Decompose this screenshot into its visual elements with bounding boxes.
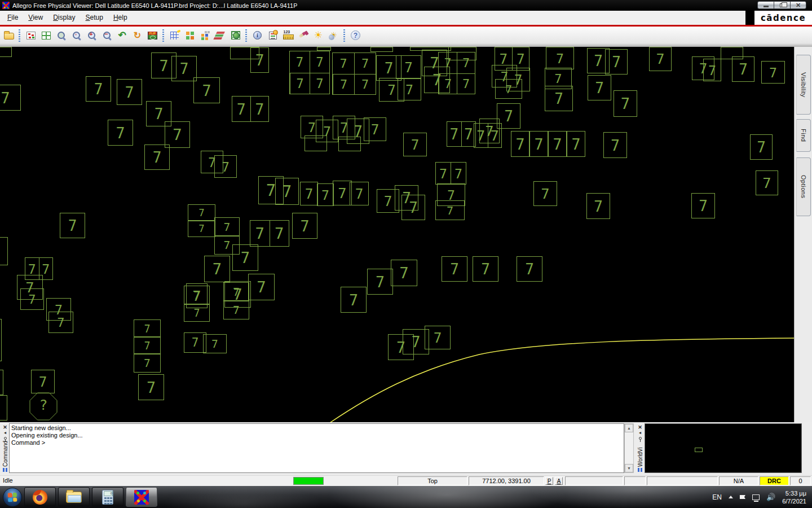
zoom-area-button[interactable] [54, 28, 69, 43]
component-footprint[interactable]: 7 [545, 86, 573, 111]
dehighlight-button[interactable]: ☀ [326, 28, 341, 43]
pcb-canvas[interactable]: 7777777777777777777777777777777777777777… [0, 47, 794, 422]
worldview-collapse-icon[interactable]: ◂ [639, 430, 641, 435]
component-footprint[interactable]: 77 [435, 162, 466, 185]
taskbar-allegro-button[interactable] [126, 487, 157, 507]
component-footprint[interactable] [448, 47, 476, 60]
component-footprint[interactable]: 7 [761, 61, 785, 84]
component-footprint[interactable]: 7 [603, 132, 627, 158]
component-footprint[interactable]: 77 [447, 121, 476, 147]
component-footprint[interactable]: 7 [300, 182, 318, 205]
component-footprint[interactable]: 7 [86, 76, 111, 102]
worldview-close-icon[interactable]: ✕ [638, 424, 642, 430]
component-footprint[interactable]: 7 [333, 181, 352, 205]
pick-grid-button[interactable]: P [545, 477, 553, 485]
clear-highlight-button[interactable] [295, 28, 311, 43]
global-visibility-button[interactable] [228, 28, 243, 43]
worldview-resize-grip[interactable] [638, 468, 642, 472]
component-footprint[interactable]: 7 [442, 256, 467, 282]
command-resize-grip[interactable] [3, 468, 7, 472]
component-footprint[interactable]: 7 [188, 204, 215, 221]
open-file-button[interactable] [1, 28, 16, 43]
component-footprint[interactable]: 7 [134, 336, 161, 354]
application-mode-button[interactable]: A [555, 477, 563, 485]
component-footprint[interactable]: 7 [546, 47, 574, 69]
redraw-button[interactable]: ↻ [130, 28, 145, 43]
component-footprint[interactable]: 77 [474, 123, 502, 148]
component-footprint[interactable]: 7 [425, 326, 451, 349]
component-octagon[interactable]: ? [29, 392, 58, 421]
component-footprint[interactable]: 7 [511, 131, 529, 157]
tab-options[interactable]: Options [796, 157, 811, 216]
component-footprint[interactable]: 7 [193, 77, 220, 103]
component-footprint[interactable]: 7 [403, 133, 427, 156]
component-footprint[interactable]: 7 [703, 59, 721, 81]
component-footprint[interactable] [338, 137, 361, 151]
color-dialog-button[interactable] [182, 28, 197, 43]
component-footprint[interactable]: 7 [473, 256, 498, 282]
flip-design-button[interactable] [145, 28, 160, 43]
component-footprint[interactable]: 7 [108, 120, 133, 146]
scroll-up-icon[interactable]: ▲ [625, 424, 633, 432]
drc-button[interactable]: DRC [760, 476, 789, 485]
close-button[interactable]: ✕ [790, 1, 806, 9]
component-footprint[interactable]: 7 [317, 183, 334, 206]
component-footprint[interactable]: 77 [250, 220, 289, 247]
component-footprint[interactable]: 7777 [289, 51, 330, 94]
component-footprint[interactable]: 7 [250, 47, 269, 73]
worldview-viewport-rect[interactable] [695, 448, 703, 452]
zoom-points-button[interactable] [38, 28, 54, 43]
component-footprint[interactable] [0, 319, 2, 361]
component-footprint[interactable]: 7 [435, 200, 465, 220]
component-footprint[interactable]: 7 [144, 144, 170, 170]
component-footprint[interactable]: 7 [341, 287, 367, 313]
show-element-button[interactable] [250, 28, 265, 43]
component-footprint[interactable]: 7 [548, 131, 567, 157]
component-footprint[interactable]: 7 [401, 195, 425, 220]
command-pin-icon[interactable] [4, 437, 7, 440]
component-footprint[interactable]: 7 [223, 300, 249, 319]
status-report-button[interactable] [265, 28, 280, 43]
component-footprint[interactable]: 7 [134, 319, 161, 338]
tab-find[interactable]: Find [796, 119, 811, 152]
taskbar-explorer-button[interactable] [58, 487, 90, 507]
component-footprint[interactable] [317, 47, 331, 51]
taskbar-clock[interactable]: 5:33 μμ 6/7/2021 [782, 489, 806, 505]
component-footprint[interactable]: 7 [588, 75, 611, 100]
component-footprint[interactable]: 7 [232, 244, 258, 271]
component-footprint[interactable]: 7 [533, 181, 557, 206]
component-footprint[interactable]: 7 [732, 56, 754, 82]
component-footprint[interactable]: 7 [691, 193, 715, 218]
hidden-icons-button[interactable] [729, 496, 733, 498]
component-footprint[interactable]: 7 [396, 55, 421, 79]
component-footprint[interactable]: 7 [398, 78, 421, 100]
component-footprint[interactable]: 7 [138, 374, 164, 400]
component-footprint[interactable]: 7 [223, 282, 249, 301]
component-footprint[interactable]: 7 [31, 370, 55, 393]
component-footprint[interactable]: 7 [117, 79, 142, 105]
zoom-out-button[interactable]: − [99, 28, 114, 43]
minimize-button[interactable] [757, 1, 774, 9]
menu-view[interactable]: View [23, 12, 48, 24]
component-footprint[interactable]: 7 [649, 47, 672, 71]
component-footprint[interactable]: 7 [0, 370, 3, 395]
component-footprint[interactable]: 7 [364, 117, 386, 141]
component-footprint[interactable]: 7 [367, 269, 393, 295]
component-footprint[interactable]: 7 [48, 312, 73, 333]
component-footprint[interactable]: 7 [275, 178, 299, 205]
language-indicator[interactable]: EN [712, 493, 722, 501]
component-footprint[interactable]: 7 [614, 90, 637, 117]
command-scrollbar[interactable]: ▲ ▼ [624, 423, 634, 473]
volume-button[interactable]: 🔊 [766, 493, 775, 501]
menu-display[interactable]: Display [48, 12, 80, 24]
color-priority-button[interactable] [197, 28, 213, 43]
component-footprint[interactable]: 7 [184, 286, 210, 305]
component-footprint[interactable]: 7 [350, 182, 369, 205]
component-footprint[interactable] [0, 395, 7, 421]
command-console[interactable]: Starting new design...Opening existing d… [9, 423, 624, 473]
measure-button[interactable] [280, 28, 295, 43]
component-footprint[interactable]: 7 [0, 85, 21, 111]
scroll-down-icon[interactable]: ▼ [625, 464, 633, 472]
component-footprint[interactable] [410, 47, 451, 51]
component-footprint[interactable]: 77 [232, 96, 269, 122]
